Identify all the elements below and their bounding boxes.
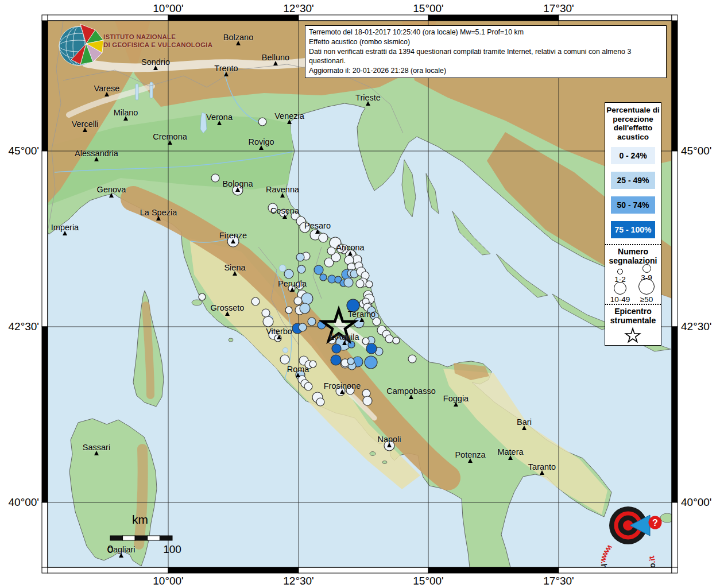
felt-report-point xyxy=(304,382,312,390)
city-marker-icon xyxy=(231,239,235,243)
city-marker-icon xyxy=(236,41,241,45)
axis-label-lat-right-2: 42°30' xyxy=(681,320,712,333)
ingv-logo-text-line1: ISTITUTO NAZIONALE xyxy=(103,33,176,40)
city-marker-icon xyxy=(109,193,114,198)
elba-island xyxy=(192,300,202,305)
felt-report-point xyxy=(263,316,273,327)
felt-report-point xyxy=(347,358,354,365)
city-marker-icon xyxy=(342,341,347,345)
felt-report-point xyxy=(366,343,377,354)
felt-report-point xyxy=(316,398,324,406)
legend-count-1-2: 1-2 xyxy=(607,266,633,284)
felt-report-point xyxy=(366,281,373,288)
legend-class-50-74: 50 - 74% xyxy=(611,196,655,214)
felt-report-point xyxy=(199,293,206,300)
felt-report-point xyxy=(262,309,270,317)
scalebar-end: 100 xyxy=(163,543,181,556)
felt-report-point xyxy=(356,280,364,288)
city-marker-icon xyxy=(409,394,413,399)
axis-label-lon-top-4: 17°30' xyxy=(543,2,574,15)
felt-report-point xyxy=(373,318,381,326)
legend-count-10-49: 10-49 xyxy=(607,282,633,304)
city-marker-icon xyxy=(153,65,158,70)
city-marker-icon xyxy=(348,251,353,256)
felt-report-point xyxy=(251,297,260,305)
city-marker-icon xyxy=(454,402,458,407)
felt-report-point xyxy=(211,174,219,182)
felt-report-point xyxy=(385,335,393,343)
city-marker-icon xyxy=(287,119,292,124)
city-marker-icon xyxy=(340,389,344,394)
city-marker-icon xyxy=(94,451,99,455)
felt-report-point xyxy=(309,361,316,368)
city-marker-icon xyxy=(508,455,513,460)
city-marker-icon xyxy=(83,127,87,132)
axis-label-lon-top-2: 12°30' xyxy=(283,2,314,15)
axis-label-lat-left-1: 45°00' xyxy=(1,145,39,157)
felt-report-point xyxy=(331,355,341,365)
felt-report-point xyxy=(297,265,305,273)
axis-label-lat-left-3: 40°00' xyxy=(1,496,39,509)
city-marker-icon xyxy=(468,458,473,463)
felt-report-point xyxy=(296,253,304,261)
legend-epicenter-title: Epicentro strumentale xyxy=(605,307,661,325)
felt-report-point xyxy=(408,355,416,363)
sardinia-ridge xyxy=(139,449,143,544)
scalebar-start: 0 xyxy=(107,543,114,556)
felt-report-point xyxy=(393,337,400,344)
felt-report-point xyxy=(327,247,335,255)
city-marker-icon xyxy=(225,311,230,316)
city-marker-icon xyxy=(296,373,300,377)
felt-report-point xyxy=(299,323,307,331)
axis-label-lat-left-2: 42°30' xyxy=(1,320,39,333)
felt-report-point xyxy=(319,233,328,242)
axis-label-lat-right-3: 40°00' xyxy=(681,496,712,509)
legend-separator-1 xyxy=(605,244,661,245)
corsica-ridge xyxy=(146,305,150,395)
city-marker-icon xyxy=(387,443,392,447)
felt-report-point xyxy=(362,338,369,345)
city-marker-icon xyxy=(273,61,278,65)
event-info-line-1: Terremoto del 18-01-2017 10:25:40 (ora l… xyxy=(309,28,663,37)
legend-counts-title: Numero segnalazioni xyxy=(605,247,661,265)
felt-report-point xyxy=(300,303,310,314)
city-marker-icon xyxy=(235,187,240,192)
city-marker-icon xyxy=(156,216,161,220)
axis-label-lon-top-1: 10°00' xyxy=(153,2,184,15)
city-marker-icon xyxy=(123,116,128,121)
city-marker-icon xyxy=(104,92,109,96)
legend-class-25-49: 25 - 49% xyxy=(611,172,655,189)
city-marker-icon xyxy=(259,145,264,150)
count-circle-1-2-icon xyxy=(617,269,623,274)
city-marker-icon xyxy=(224,72,229,76)
count-label-10-49: 10-49 xyxy=(607,295,633,304)
city-marker-icon xyxy=(63,231,67,235)
city-marker-icon xyxy=(277,335,281,339)
event-info-line-2: Effetto acustico (rombo sismico) xyxy=(309,37,663,47)
city-marker-icon xyxy=(315,229,320,234)
legend-class-0-24: 0 - 24% xyxy=(611,147,655,164)
legend: Percentuale di percezione dell'effetto a… xyxy=(605,102,661,346)
felt-report-point xyxy=(280,355,289,364)
event-info-line-3: Dati non verificati estratti da 1394 que… xyxy=(309,47,663,67)
city-marker-icon xyxy=(168,140,172,145)
scalebar-unit: km xyxy=(132,513,148,527)
city-marker-icon xyxy=(366,101,370,106)
axis-label-lat-right-1: 45°00' xyxy=(681,145,712,157)
felt-report-point xyxy=(301,293,313,304)
scalebar xyxy=(110,536,172,540)
felt-report-point xyxy=(365,356,377,369)
city-marker-icon xyxy=(522,425,527,430)
ingv-logo-text-line2: DI GEOFISICA E VULCANOLOGIA xyxy=(103,41,212,48)
city-marker-icon xyxy=(290,287,295,292)
felt-report-point xyxy=(363,396,372,405)
map-canvas: www.haisentitoilterremoto.it ? xyxy=(47,21,674,588)
legend-separator-2 xyxy=(605,304,661,305)
city-marker-icon xyxy=(119,553,123,558)
count-circle-10-49-icon xyxy=(614,282,626,295)
axis-label-lon-bottom-4: 17°30' xyxy=(543,575,574,587)
event-info-line-4: Aggiornato il: 20-01-2026 21:28 (ora loc… xyxy=(309,66,663,76)
city-marker-icon xyxy=(359,318,364,322)
felt-report-point xyxy=(344,278,353,287)
count-label-50plus: ≥50 xyxy=(633,295,660,304)
